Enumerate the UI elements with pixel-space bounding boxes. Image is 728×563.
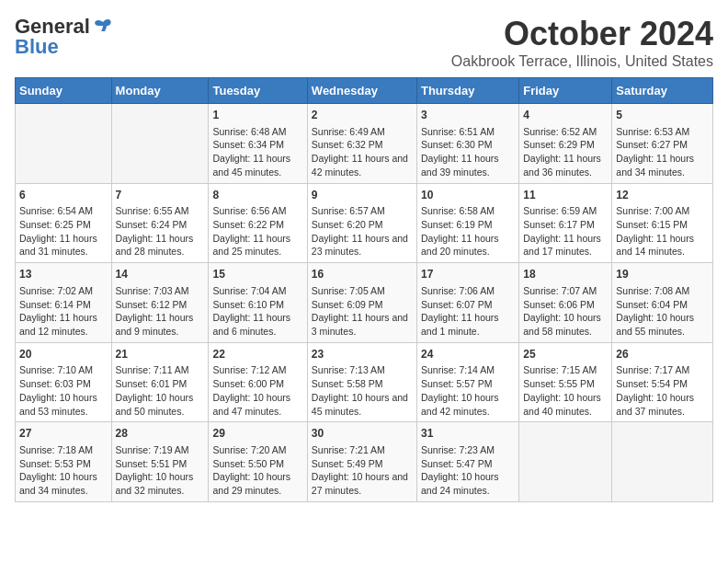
page-header: General Blue October 2024 Oakbrook Terra…: [15, 15, 713, 70]
day-number: 12: [616, 188, 709, 203]
day-info: Sunrise: 6:49 AM Sunset: 6:32 PM Dayligh…: [312, 126, 408, 178]
calendar-cell: 6Sunrise: 6:54 AM Sunset: 6:25 PM Daylig…: [16, 183, 112, 263]
weekday-header-wednesday: Wednesday: [307, 78, 416, 104]
day-number: 4: [523, 108, 608, 123]
day-number: 22: [212, 347, 302, 362]
day-number: 29: [212, 426, 302, 442]
calendar-cell: 29Sunrise: 7:20 AM Sunset: 5:50 PM Dayli…: [209, 422, 307, 502]
day-number: 2: [312, 108, 413, 123]
logo-blue-text: Blue: [15, 35, 59, 59]
calendar-cell: 14Sunrise: 7:03 AM Sunset: 6:12 PM Dayli…: [111, 263, 209, 343]
calendar-cell: 22Sunrise: 7:12 AM Sunset: 6:00 PM Dayli…: [209, 342, 307, 422]
calendar-cell: 4Sunrise: 6:52 AM Sunset: 6:29 PM Daylig…: [519, 104, 612, 184]
day-info: Sunrise: 7:19 AM Sunset: 5:51 PM Dayligh…: [116, 444, 194, 496]
calendar-cell: 18Sunrise: 7:07 AM Sunset: 6:06 PM Dayli…: [519, 263, 612, 343]
day-number: 13: [19, 267, 108, 282]
day-number: 6: [19, 188, 108, 203]
calendar-cell: 13Sunrise: 7:02 AM Sunset: 6:14 PM Dayli…: [16, 263, 112, 343]
day-info: Sunrise: 6:48 AM Sunset: 6:34 PM Dayligh…: [212, 126, 290, 178]
day-number: 11: [523, 188, 608, 203]
calendar-table: SundayMondayTuesdayWednesdayThursdayFrid…: [15, 77, 713, 502]
day-info: Sunrise: 7:08 AM Sunset: 6:04 PM Dayligh…: [616, 285, 694, 337]
day-info: Sunrise: 7:11 AM Sunset: 6:01 PM Dayligh…: [116, 364, 194, 416]
calendar-cell: 15Sunrise: 7:04 AM Sunset: 6:10 PM Dayli…: [209, 263, 307, 343]
day-info: Sunrise: 6:55 AM Sunset: 6:24 PM Dayligh…: [116, 205, 194, 257]
location-title: Oakbrook Terrace, Illinois, United State…: [451, 53, 713, 70]
calendar-cell: 7Sunrise: 6:55 AM Sunset: 6:24 PM Daylig…: [111, 183, 209, 263]
day-number: 27: [19, 426, 108, 442]
calendar-cell: 31Sunrise: 7:23 AM Sunset: 5:47 PM Dayli…: [416, 422, 518, 502]
day-info: Sunrise: 7:21 AM Sunset: 5:49 PM Dayligh…: [312, 444, 408, 496]
calendar-cell: 16Sunrise: 7:05 AM Sunset: 6:09 PM Dayli…: [307, 263, 416, 343]
day-info: Sunrise: 6:56 AM Sunset: 6:22 PM Dayligh…: [212, 205, 290, 257]
day-info: Sunrise: 7:03 AM Sunset: 6:12 PM Dayligh…: [116, 285, 194, 337]
calendar-week-row: 20Sunrise: 7:10 AM Sunset: 6:03 PM Dayli…: [16, 342, 713, 422]
logo: General Blue: [15, 15, 114, 59]
calendar-cell: 2Sunrise: 6:49 AM Sunset: 6:32 PM Daylig…: [307, 104, 416, 184]
day-number: 14: [116, 267, 205, 282]
weekday-header-tuesday: Tuesday: [209, 78, 307, 104]
day-info: Sunrise: 6:57 AM Sunset: 6:20 PM Dayligh…: [312, 205, 408, 257]
weekday-header-sunday: Sunday: [16, 78, 112, 104]
day-number: 16: [312, 267, 413, 282]
day-info: Sunrise: 6:58 AM Sunset: 6:19 PM Dayligh…: [421, 205, 499, 257]
calendar-cell: 28Sunrise: 7:19 AM Sunset: 5:51 PM Dayli…: [111, 422, 209, 502]
calendar-cell: 3Sunrise: 6:51 AM Sunset: 6:30 PM Daylig…: [416, 104, 518, 184]
calendar-week-row: 1Sunrise: 6:48 AM Sunset: 6:34 PM Daylig…: [16, 104, 713, 184]
calendar-cell: 1Sunrise: 6:48 AM Sunset: 6:34 PM Daylig…: [209, 104, 307, 184]
calendar-cell: 10Sunrise: 6:58 AM Sunset: 6:19 PM Dayli…: [416, 183, 518, 263]
day-info: Sunrise: 7:00 AM Sunset: 6:15 PM Dayligh…: [616, 205, 694, 257]
calendar-cell: 24Sunrise: 7:14 AM Sunset: 5:57 PM Dayli…: [416, 342, 518, 422]
day-info: Sunrise: 7:14 AM Sunset: 5:57 PM Dayligh…: [421, 364, 499, 416]
day-number: 18: [523, 267, 608, 282]
day-number: 20: [19, 347, 108, 362]
calendar-cell: 26Sunrise: 7:17 AM Sunset: 5:54 PM Dayli…: [612, 342, 713, 422]
weekday-header-row: SundayMondayTuesdayWednesdayThursdayFrid…: [16, 78, 713, 104]
day-info: Sunrise: 6:51 AM Sunset: 6:30 PM Dayligh…: [421, 126, 499, 178]
title-block: October 2024 Oakbrook Terrace, Illinois,…: [451, 15, 713, 70]
day-info: Sunrise: 7:04 AM Sunset: 6:10 PM Dayligh…: [212, 285, 290, 337]
day-number: 25: [523, 347, 608, 362]
calendar-cell: 11Sunrise: 6:59 AM Sunset: 6:17 PM Dayli…: [519, 183, 612, 263]
day-info: Sunrise: 6:52 AM Sunset: 6:29 PM Dayligh…: [523, 126, 601, 178]
day-number: 30: [312, 426, 413, 442]
day-number: 17: [421, 267, 515, 282]
weekday-header-saturday: Saturday: [612, 78, 713, 104]
day-number: 3: [421, 108, 515, 123]
day-info: Sunrise: 6:59 AM Sunset: 6:17 PM Dayligh…: [523, 205, 601, 257]
calendar-cell: 25Sunrise: 7:15 AM Sunset: 5:55 PM Dayli…: [519, 342, 612, 422]
calendar-week-row: 13Sunrise: 7:02 AM Sunset: 6:14 PM Dayli…: [16, 263, 713, 343]
day-number: 7: [116, 188, 205, 203]
day-number: 8: [212, 188, 302, 203]
day-info: Sunrise: 7:10 AM Sunset: 6:03 PM Dayligh…: [19, 364, 97, 416]
day-number: 9: [312, 188, 413, 203]
month-title: October 2024: [451, 15, 713, 53]
calendar-cell: 19Sunrise: 7:08 AM Sunset: 6:04 PM Dayli…: [612, 263, 713, 343]
calendar-cell: 5Sunrise: 6:53 AM Sunset: 6:27 PM Daylig…: [612, 104, 713, 184]
day-number: 26: [616, 347, 709, 362]
day-number: 21: [116, 347, 205, 362]
calendar-cell: [612, 422, 713, 502]
calendar-cell: 9Sunrise: 6:57 AM Sunset: 6:20 PM Daylig…: [307, 183, 416, 263]
weekday-header-thursday: Thursday: [416, 78, 518, 104]
calendar-cell: 30Sunrise: 7:21 AM Sunset: 5:49 PM Dayli…: [307, 422, 416, 502]
calendar-cell: [16, 104, 112, 184]
weekday-header-friday: Friday: [519, 78, 612, 104]
day-info: Sunrise: 7:06 AM Sunset: 6:07 PM Dayligh…: [421, 285, 499, 337]
calendar-cell: 20Sunrise: 7:10 AM Sunset: 6:03 PM Dayli…: [16, 342, 112, 422]
calendar-cell: 23Sunrise: 7:13 AM Sunset: 5:58 PM Dayli…: [307, 342, 416, 422]
calendar-week-row: 27Sunrise: 7:18 AM Sunset: 5:53 PM Dayli…: [16, 422, 713, 502]
day-number: 5: [616, 108, 709, 123]
day-number: 24: [421, 347, 515, 362]
day-info: Sunrise: 7:12 AM Sunset: 6:00 PM Dayligh…: [212, 364, 290, 416]
day-number: 31: [421, 426, 515, 442]
weekday-header-monday: Monday: [111, 78, 209, 104]
day-number: 19: [616, 267, 709, 282]
day-info: Sunrise: 7:18 AM Sunset: 5:53 PM Dayligh…: [19, 444, 97, 496]
calendar-cell: 12Sunrise: 7:00 AM Sunset: 6:15 PM Dayli…: [612, 183, 713, 263]
calendar-week-row: 6Sunrise: 6:54 AM Sunset: 6:25 PM Daylig…: [16, 183, 713, 263]
day-info: Sunrise: 7:23 AM Sunset: 5:47 PM Dayligh…: [421, 444, 499, 496]
calendar-cell: 17Sunrise: 7:06 AM Sunset: 6:07 PM Dayli…: [416, 263, 518, 343]
day-info: Sunrise: 6:54 AM Sunset: 6:25 PM Dayligh…: [19, 205, 97, 257]
day-info: Sunrise: 7:02 AM Sunset: 6:14 PM Dayligh…: [19, 285, 97, 337]
